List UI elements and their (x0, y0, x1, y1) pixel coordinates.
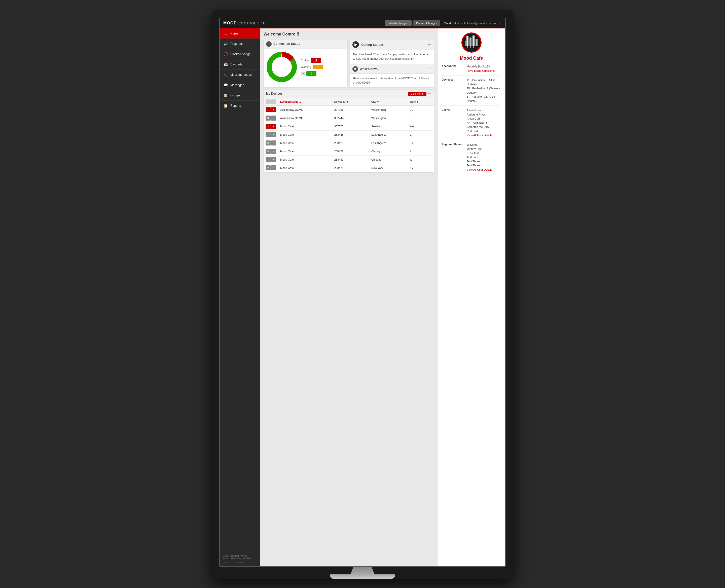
sidebar-item-blocked-songs[interactable]: 🚫 Blocked Songs (220, 49, 260, 59)
star-icon: ✱ (352, 66, 358, 72)
table-row[interactable]: ✕ ✕ Mood Café 238428 Los Angeles CA (264, 131, 434, 139)
row-location: Mood Cafe (278, 122, 332, 131)
row-icon-1[interactable]: ✕ (266, 141, 271, 146)
terms-link[interactable]: Terms (241, 555, 247, 557)
row-location: Mood Café (278, 147, 332, 155)
row-icon-1[interactable]: ✕ (266, 165, 271, 170)
row-state: DC (408, 106, 434, 114)
play-icon[interactable]: ▶ (352, 41, 359, 48)
ok-status: OK 0 (301, 71, 323, 76)
row-city: New York (369, 164, 408, 172)
account-number-row: Account #: MoodMyStudio123 Have Billing … (441, 64, 501, 73)
table-row[interactable]: ✕ ✕ Mood Café 238432 Chicago IL (264, 155, 434, 164)
row-city: Washington (369, 114, 408, 122)
table-row[interactable]: ✕ ✕ Mood Café 238426 Chicago IL (264, 147, 434, 155)
table-row[interactable]: ♪ ♥ Avalon Bay DEMO 227095 Washington DC (264, 106, 434, 114)
devices-header-right: Columns ▼ ··· (408, 91, 431, 96)
view-users-link[interactable]: View All User Details (467, 134, 492, 137)
row-icon-2[interactable]: ✕ (271, 141, 276, 146)
sidebar-label-home: Home (230, 32, 239, 35)
devices-table-body: ♪ ♥ Avalon Bay DEMO 227095 Washington DC… (264, 106, 434, 172)
sidebar-item-home[interactable]: ⌂ Home (220, 28, 260, 39)
logo-mood: MOOD (223, 21, 237, 25)
getting-started-menu[interactable]: ··· (428, 42, 431, 47)
regional-user-item: Test Three (467, 159, 492, 164)
sidebar-item-reports[interactable]: 📋 Reports (220, 101, 260, 111)
row-device-id: 238432 (332, 155, 369, 164)
row-location: Mood Café (278, 164, 332, 172)
cafe-logo-svg (464, 35, 479, 50)
table-row[interactable]: ✕ ✕ Mood Café 238429 Los Angeles CA (264, 139, 434, 147)
col-city[interactable]: City ▼ (369, 98, 408, 106)
row-icon-1[interactable]: ♪ (266, 124, 271, 129)
row-state: DC (408, 114, 434, 122)
ok-badge: 0 (306, 71, 316, 76)
col-device-id[interactable]: Device ID (332, 98, 369, 106)
sidebar-item-messages[interactable]: 💬 Messages (220, 80, 260, 90)
row-icon-2[interactable]: ✕ (271, 115, 276, 121)
user-info: Mood Cafe / controldemo@moodmedia.com ▼ (444, 22, 502, 25)
connection-status-menu[interactable]: ··· (341, 42, 345, 46)
regional-user-item: Kristi Test (467, 151, 492, 155)
view-regional-link[interactable]: View All User Details (467, 168, 492, 171)
billing-link[interactable]: Have Billing Questions? (467, 69, 496, 72)
right-panel: Mood Cafe Account #: MoodMyStudio123 Hav… (437, 28, 505, 566)
col-location-name[interactable]: Location Name (278, 98, 332, 106)
users-label: Users: (441, 108, 464, 111)
user-guide-link[interactable]: User Guide (223, 557, 235, 560)
columns-button[interactable]: Columns ▼ (408, 92, 427, 96)
row-city: Chicago (369, 147, 408, 155)
sidebar-item-groups[interactable]: ⊞ Groups (220, 90, 260, 101)
sidebar-item-dayparts[interactable]: 📅 Dayparts (220, 59, 260, 70)
sidebar-item-programs[interactable]: 🔊 Programs (220, 39, 260, 49)
row-icon-1[interactable]: ♪ (266, 107, 271, 112)
cafe-logo (461, 33, 481, 52)
sidebar-item-message-loops[interactable]: 📞 Message Loops (220, 70, 260, 80)
row-icon-2[interactable]: ✕ (271, 157, 276, 162)
main-layout: ⌂ Home 🔊 Programs 🚫 Blocked Songs 📅 Dayp… (220, 28, 505, 566)
row-icon-2[interactable]: ✕ (271, 165, 276, 170)
svg-point-9 (470, 46, 471, 48)
tutorials-link[interactable]: Tutorials (243, 557, 251, 560)
divider-1 (441, 75, 501, 76)
connection-status-header: − Connection Status ··· (264, 40, 347, 49)
contact-link[interactable]: Contact (231, 555, 239, 557)
table-row[interactable]: ♪ ♥ Mood Cafe 337773 Seattle WA (264, 122, 434, 131)
warning-status: Warning 0 (301, 65, 323, 69)
row-icon-1[interactable]: ✕ (266, 115, 271, 121)
critical-label: Critical (301, 59, 309, 62)
col-state[interactable]: State ▼ (408, 98, 434, 106)
discard-button[interactable]: Discard Changes (413, 20, 440, 26)
app-logo: MOOD:CONTROL SITE (223, 21, 266, 25)
dayparts-icon: 📅 (223, 62, 228, 66)
sidebar-label-programs: Programs (230, 42, 244, 46)
whats-new-menu[interactable]: ··· (428, 67, 431, 71)
row-city: Seattle (369, 122, 408, 131)
regional-user-item: Jil Demo (467, 143, 492, 147)
about-link[interactable]: About (223, 555, 229, 557)
row-state: WA (408, 122, 434, 131)
row-state: NY (408, 164, 434, 172)
critical-badge: 12 (311, 58, 321, 63)
devices-table-header-row: Location Name Device ID City ▼ State ▼ (264, 98, 434, 106)
row-icon-2[interactable]: ✕ (271, 132, 276, 137)
devices-menu[interactable]: ··· (428, 91, 431, 96)
publish-button[interactable]: Publish Changes (385, 20, 412, 26)
row-location: Mood Café (278, 131, 332, 139)
connection-status-title: Connection Status (273, 42, 300, 46)
row-icon-2[interactable]: ♥ (271, 124, 276, 129)
table-row[interactable]: ✕ ✕ Mood Café 238425 New York NY (264, 164, 434, 172)
row-icon-1[interactable]: ✕ (266, 149, 271, 154)
row-icon-2[interactable]: ♥ (271, 107, 276, 112)
top-bar: MOOD:CONTROL SITE Publish Changes Discar… (220, 18, 505, 28)
row-city: Los Angeles (369, 131, 408, 139)
minus-icon: − (266, 41, 272, 47)
row-icon-2[interactable]: ✕ (271, 149, 276, 154)
regional-user-item: Test Three (467, 163, 492, 168)
device-item: 11 - ProFusion IS (Disc Update) (467, 78, 501, 86)
table-row[interactable]: ✕ ✕ Avalon Bay DEMO 352244 Washington DC (264, 114, 434, 122)
row-icon-1[interactable]: ✕ (266, 132, 271, 137)
faq-link[interactable]: FAQ (236, 557, 241, 560)
row-icon-1[interactable]: ✕ (266, 157, 271, 162)
connection-status-widget: − Connection Status ··· (264, 40, 347, 87)
